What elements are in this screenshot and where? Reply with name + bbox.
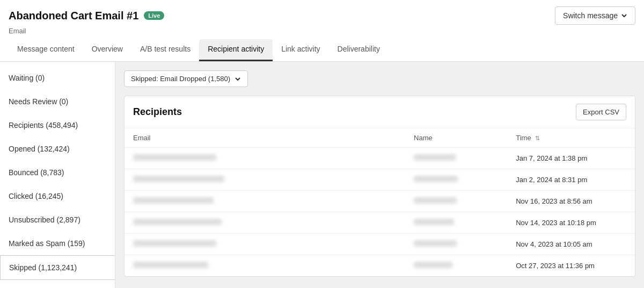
recipients-table: Email Name Time ⇅ Jan 7, 2024 at 1:38 pm… <box>125 128 635 276</box>
email-blur-bar <box>133 154 216 161</box>
sidebar-item-unsubscribed[interactable]: Unsubscribed (2,897) <box>0 208 115 232</box>
chevron-down-icon <box>621 12 627 19</box>
cell-email <box>125 191 405 212</box>
cell-time: Nov 4, 2023 at 10:05 am <box>507 234 635 255</box>
table-row: Nov 4, 2023 at 10:05 am <box>125 234 635 255</box>
cell-email <box>125 255 405 277</box>
cell-name <box>405 191 507 212</box>
email-blur-bar <box>133 262 208 268</box>
main-layout: Waiting (0) Needs Review (0) Recipients … <box>0 62 644 288</box>
filter-chevron-icon <box>235 76 241 82</box>
table-row: Nov 14, 2023 at 10:18 pm <box>125 212 635 234</box>
cell-time: Nov 14, 2023 at 10:18 pm <box>507 212 635 234</box>
email-blur-bar <box>133 176 224 182</box>
tab-recipient-activity[interactable]: Recipient activity <box>199 39 273 61</box>
sidebar-item-waiting[interactable]: Waiting (0) <box>0 66 115 90</box>
switch-message-button[interactable]: Switch message <box>555 6 635 25</box>
cell-time: Jan 2, 2024 at 8:31 pm <box>507 169 635 191</box>
tab-message-content[interactable]: Message content <box>9 39 83 61</box>
cell-email <box>125 234 405 255</box>
tab-link-activity[interactable]: Link activity <box>273 39 328 61</box>
cell-email <box>125 148 405 169</box>
filter-row: Skipped: Email Dropped (1,580) <box>124 70 635 87</box>
cell-name <box>405 234 507 255</box>
header-subtitle: Email <box>9 27 635 35</box>
name-blur-bar <box>414 219 454 225</box>
name-blur-bar <box>414 240 457 247</box>
cell-name <box>405 212 507 234</box>
sort-icon: ⇅ <box>535 135 540 142</box>
cell-name <box>405 148 507 169</box>
tab-ab-test-results[interactable]: A/B test results <box>131 39 199 61</box>
recipients-panel: Recipients Export CSV Email Name Time ⇅ … <box>124 96 635 277</box>
page-title: Abandoned Cart Email #1 <box>9 10 138 22</box>
sidebar-item-clicked[interactable]: Clicked (16,245) <box>0 184 115 208</box>
cell-name <box>405 255 507 277</box>
panel-title: Recipients <box>133 106 182 118</box>
table-row: Jan 7, 2024 at 1:38 pm <box>125 148 635 169</box>
sidebar-item-marked-as-spam[interactable]: Marked as Spam (159) <box>0 232 115 255</box>
table-row: Jan 2, 2024 at 8:31 pm <box>125 169 635 191</box>
email-blur-bar <box>133 240 216 247</box>
cell-email <box>125 169 405 191</box>
sidebar-item-opened[interactable]: Opened (132,424) <box>0 137 115 161</box>
cell-name <box>405 169 507 191</box>
name-blur-bar <box>414 154 456 161</box>
email-blur-bar <box>133 197 214 204</box>
export-csv-button[interactable]: Export CSV <box>576 104 626 120</box>
page-header: Abandoned Cart Email #1 Live Switch mess… <box>0 0 644 62</box>
table-row: Oct 27, 2023 at 11:36 pm <box>125 255 635 277</box>
tab-deliverability[interactable]: Deliverability <box>329 39 389 61</box>
sidebar-item-recipients[interactable]: Recipients (458,494) <box>0 113 115 137</box>
sidebar-item-skipped[interactable]: Skipped (1,123,241) <box>0 255 115 280</box>
filter-dropdown[interactable]: Skipped: Email Dropped (1,580) <box>124 70 248 87</box>
sidebar: Waiting (0) Needs Review (0) Recipients … <box>0 62 115 288</box>
name-blur-bar <box>414 176 458 182</box>
name-blur-bar <box>414 262 452 268</box>
col-header-time[interactable]: Time ⇅ <box>507 128 635 148</box>
sidebar-item-needs-review[interactable]: Needs Review (0) <box>0 90 115 113</box>
col-header-name: Name <box>405 128 507 148</box>
tab-overview[interactable]: Overview <box>83 39 131 61</box>
email-blur-bar <box>133 219 222 225</box>
content-area: Skipped: Email Dropped (1,580) Recipient… <box>115 62 644 288</box>
name-blur-bar <box>414 197 457 204</box>
cell-time: Oct 27, 2023 at 11:36 pm <box>507 255 635 277</box>
cell-time: Jan 7, 2024 at 1:38 pm <box>507 148 635 169</box>
nav-tabs: Message content Overview A/B test result… <box>9 39 635 61</box>
table-row: Nov 16, 2023 at 8:56 am <box>125 191 635 212</box>
panel-header: Recipients Export CSV <box>125 96 635 128</box>
col-header-email: Email <box>125 128 405 148</box>
cell-email <box>125 212 405 234</box>
sidebar-item-bounced[interactable]: Bounced (8,783) <box>0 161 115 184</box>
filter-label: Skipped: Email Dropped (1,580) <box>131 75 230 83</box>
live-badge: Live <box>144 11 164 20</box>
cell-time: Nov 16, 2023 at 8:56 am <box>507 191 635 212</box>
